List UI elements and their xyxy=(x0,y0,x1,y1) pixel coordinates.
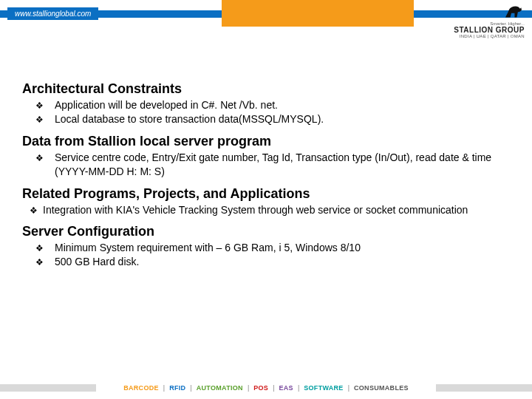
footer-category: RFID xyxy=(169,384,185,392)
bullet-icon: ❖ xyxy=(35,242,44,254)
separator-icon: | xyxy=(163,384,165,392)
footer-category: AUTOMATION xyxy=(197,384,243,392)
horse-icon xyxy=(502,2,525,18)
document-body: Architectural Constraints❖Application wi… xyxy=(22,81,510,276)
list-item-text: Application will be developed in C#. Net… xyxy=(55,98,510,112)
bullet-list: ❖Service centre code, Entry/Exit gate nu… xyxy=(35,151,510,179)
list-item: ❖Minimum System requirement with – 6 GB … xyxy=(35,241,510,255)
brand-regions: INDIA | UAE | QATAR | OMAN xyxy=(429,34,525,38)
section-title: Server Configuration xyxy=(22,224,510,239)
list-item-text: 500 GB Hard disk. xyxy=(55,255,510,269)
bullet-icon: ❖ xyxy=(35,100,44,112)
footer-category: BARCODE xyxy=(123,384,159,392)
footer-bar: BARCODE|RFID|AUTOMATION|POS|EAS|SOFTWARE… xyxy=(0,377,532,399)
footer-category: EAS xyxy=(279,384,293,392)
list-item: ❖500 GB Hard disk. xyxy=(35,255,510,269)
bullet-icon: ❖ xyxy=(35,114,44,126)
list-item-text: Service centre code, Entry/Exit gate num… xyxy=(55,151,510,179)
section-title: Data from Stallion local server program xyxy=(22,134,510,149)
bullet-list: ❖Integration with KIA's Vehicle Tracking… xyxy=(30,203,510,217)
list-item-text: Minimum System requirement with – 6 GB R… xyxy=(55,241,510,255)
separator-icon: | xyxy=(273,384,274,392)
header-url: www.stallionglobal.com xyxy=(7,7,98,20)
footer-category: POS xyxy=(253,384,268,392)
bullet-icon: ❖ xyxy=(35,256,44,268)
section-title: Architectural Constraints xyxy=(22,81,510,97)
header-orange-block xyxy=(222,0,414,27)
brand-logo: Smarter. Higher... STALLION GROUP INDIA … xyxy=(429,2,525,48)
bullet-list: ❖Application will be developed in C#. Ne… xyxy=(35,98,510,126)
bullet-list: ❖Minimum System requirement with – 6 GB … xyxy=(35,241,510,269)
section-title: Related Programs, Projects, and Applicat… xyxy=(22,186,510,202)
footer-categories: BARCODE|RFID|AUTOMATION|POS|EAS|SOFTWARE… xyxy=(96,377,436,399)
list-item: ❖Application will be developed in C#. Ne… xyxy=(35,98,510,112)
list-item-text: Local database to store transaction data… xyxy=(55,112,510,126)
brand-name: STALLION GROUP xyxy=(429,26,525,34)
list-item: ❖Service centre code, Entry/Exit gate nu… xyxy=(35,151,510,179)
footer-category: CONSUMABLES xyxy=(354,384,409,392)
separator-icon: | xyxy=(298,384,299,392)
footer-category: SOFTWARE xyxy=(304,384,343,392)
bullet-icon: ❖ xyxy=(30,205,38,216)
list-item-text: Integration with KIA's Vehicle Tracking … xyxy=(43,203,510,217)
list-item: ❖Integration with KIA's Vehicle Tracking… xyxy=(30,203,510,217)
bullet-icon: ❖ xyxy=(35,152,44,164)
separator-icon: | xyxy=(190,384,191,392)
separator-icon: | xyxy=(248,384,249,392)
list-item: ❖Local database to store transaction dat… xyxy=(35,112,510,126)
separator-icon: | xyxy=(348,384,349,392)
